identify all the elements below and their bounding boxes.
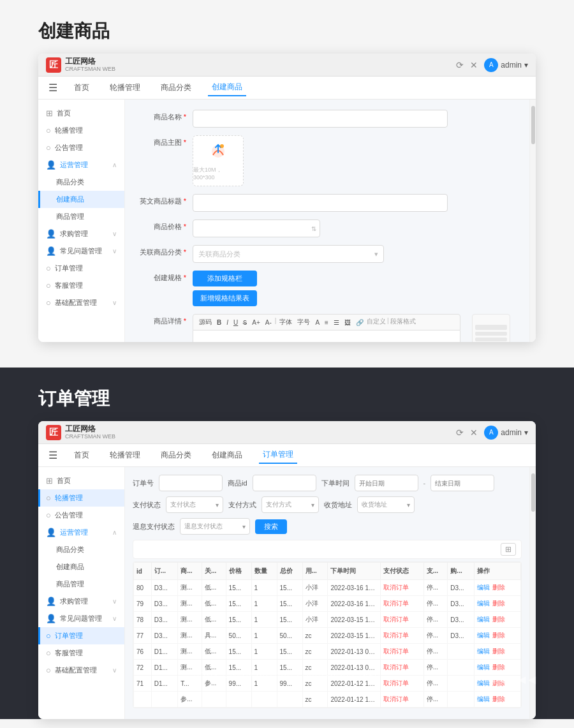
scrollbar-1[interactable] (529, 100, 536, 342)
nav-carousel-1[interactable]: 轮播管理 (106, 80, 144, 96)
sidebar-item-config-1[interactable]: ○ 基础配置管理 ∨ (38, 294, 124, 311)
table-row: 参...zc2022-01-12 18:17...取消订单停...编辑删除 (134, 692, 521, 708)
sidebar2-service[interactable]: ○ 客服管理 (38, 644, 124, 662)
edit-btn[interactable]: 编辑 (477, 584, 490, 591)
filter-input-productid[interactable] (253, 475, 316, 491)
btn-add-spec[interactable]: 添加规格栏 (193, 271, 257, 286)
rte-btn-size[interactable]: 字号 (295, 317, 312, 327)
sidebar2-faq[interactable]: 👤 常见问题管理 ∨ (38, 610, 124, 627)
filter-input-orderno[interactable] (159, 475, 223, 491)
carousel-icon-1: ○ (46, 126, 51, 135)
upload-hint: 最大10M，300*300 (193, 166, 243, 181)
edit-btn[interactable]: 编辑 (477, 648, 490, 655)
close-icon-1[interactable]: ✕ (470, 60, 478, 70)
hamburger-1[interactable]: ☰ (48, 82, 57, 94)
delete-btn[interactable]: 删除 (492, 600, 505, 607)
filter-select-paystatus[interactable]: 支付状态 ▾ (166, 496, 223, 513)
close-icon-2[interactable]: ✕ (470, 427, 478, 438)
select-paystatus-arrow: ▾ (216, 501, 219, 509)
sidebar-item-create-product[interactable]: 创建商品 (38, 191, 124, 208)
filter-input-startdate[interactable] (355, 475, 418, 491)
btn-add-spec-table[interactable]: 新增规格结果表 (193, 290, 257, 306)
delete-btn[interactable]: 删除 (492, 616, 505, 623)
sidebar-item-product-mgmt-1[interactable]: 商品管理 (38, 208, 124, 225)
nav2-create[interactable]: 创建商品 (208, 447, 246, 463)
sidebar2-product-mgmt[interactable]: 商品管理 (38, 576, 124, 593)
table-toolbar: ⊞ (133, 540, 522, 559)
filter-select-paymethod[interactable]: 支付方式 ▾ (261, 496, 319, 513)
rte-body[interactable] (193, 331, 460, 342)
rte-btn-bold[interactable]: B (215, 317, 223, 327)
sidebar2-create[interactable]: 创建商品 (38, 558, 124, 576)
delete-btn[interactable]: 删除 (492, 584, 505, 591)
rte-btn-strike[interactable]: S̶ (241, 317, 249, 327)
rte-btn-font[interactable]: 字体 (277, 317, 294, 327)
filter-select-logistics[interactable]: 退息支付状态 ▾ (180, 518, 250, 535)
rte-btn-color[interactable]: A (313, 317, 321, 327)
sidebar-item-faq-1[interactable]: 👤 常见问题管理 ∨ (38, 242, 124, 260)
edit-btn[interactable]: 编辑 (477, 695, 490, 702)
rte-btn-align[interactable]: ≡ (323, 317, 330, 327)
delete-btn[interactable]: 删除 (492, 632, 505, 639)
filter-input-enddate[interactable] (430, 475, 494, 491)
sidebar2-config[interactable]: ○ 基础配置管理 ∨ (38, 662, 124, 679)
filter-label-address: 收货地址 (324, 500, 352, 510)
arrows-decoration: ◄◄◄◄◄ (485, 672, 536, 687)
select-category[interactable]: 关联商品分类 ▾ (193, 245, 384, 263)
rte-btn-image[interactable]: 🖼 (342, 317, 353, 327)
sidebar2-carousel[interactable]: ○ 轮播管理 (38, 489, 124, 507)
search-button[interactable]: 搜索 (255, 519, 287, 534)
refresh-icon-2[interactable]: ⟳ (456, 427, 464, 438)
edit-btn[interactable]: 编辑 (477, 616, 490, 623)
delete-btn[interactable]: 删除 (492, 695, 505, 702)
chevron-faq-1: ∨ (112, 248, 117, 255)
sidebar-item-home-1[interactable]: ⊞ 首页 (38, 105, 124, 122)
nav2-carousel[interactable]: 轮播管理 (106, 447, 144, 463)
order-main: 订单号 商品id 下单时间 - 支付状态 支付状态 ▾ 支付方式 (125, 467, 529, 719)
rte-btn-italic[interactable]: I (224, 317, 230, 327)
rte-btn-underline[interactable]: U (232, 317, 240, 327)
nav2-home[interactable]: 首页 (70, 447, 93, 463)
edit-btn[interactable]: 编辑 (477, 632, 490, 639)
edit-btn[interactable]: 编辑 (477, 664, 490, 671)
upload-box[interactable]: 最大10M，300*300 (193, 135, 244, 186)
sidebar2-notice[interactable]: ○ 公告管理 (38, 507, 124, 524)
nav2-orders[interactable]: 订单管理 (259, 447, 297, 464)
rte-btn-more2[interactable]: A- (263, 317, 274, 327)
delete-btn[interactable]: 删除 (492, 648, 505, 655)
hamburger-2[interactable]: ☰ (48, 449, 57, 461)
filter-select-address[interactable]: 收货地址 ▾ (357, 496, 415, 513)
input-product-name[interactable] (193, 110, 448, 128)
rte-btn-link[interactable]: 🔗 (354, 317, 365, 327)
input-en-name[interactable] (193, 194, 448, 212)
sidebar2-purchase[interactable]: 👤 求购管理 ∨ (38, 593, 124, 610)
nav-home-1[interactable]: 首页 (70, 80, 93, 96)
sidebar-item-purchase-1[interactable]: 👤 求购管理 ∨ (38, 225, 124, 242)
sidebar-item-category-1[interactable]: 商品分类 (38, 174, 124, 191)
sidebar-item-service-1[interactable]: ○ 客服管理 (38, 277, 124, 294)
section2-title: 订单管理 (38, 387, 536, 411)
sidebar-item-operations-1[interactable]: 👤 运营管理 ∧ (38, 156, 124, 174)
home-icon-1: ⊞ (46, 108, 53, 118)
rte-btn-list[interactable]: ☰ (332, 317, 341, 327)
th-paystatus: 支付状态 (381, 563, 424, 580)
sidebar-item-orders-1[interactable]: ○ 订单管理 (38, 260, 124, 277)
delete-btn[interactable]: 删除 (492, 664, 505, 671)
sidebar-item-notice-1[interactable]: ○ 公告管理 (38, 139, 124, 156)
nav2-category[interactable]: 商品分类 (157, 447, 195, 463)
sidebar2-orders[interactable]: ○ 订单管理 (38, 627, 124, 644)
nav-category-1[interactable]: 商品分类 (157, 80, 195, 96)
input-price[interactable] (193, 219, 320, 237)
sidebar2-home[interactable]: ⊞ 首页 (38, 472, 124, 489)
th-ship: 支... (423, 563, 448, 580)
sidebar2-category[interactable]: 商品分类 (38, 541, 124, 558)
rte-btn-more1[interactable]: A+ (250, 317, 262, 327)
table-settings-btn[interactable]: ⊞ (501, 543, 516, 556)
edit-btn[interactable]: 编辑 (477, 600, 490, 607)
sidebar-item-carousel-1[interactable]: ○ 轮播管理 (38, 122, 124, 139)
rte-btn-source[interactable]: 源码 (197, 317, 214, 327)
refresh-icon-1[interactable]: ⟳ (456, 60, 464, 70)
nav-create-product[interactable]: 创建商品 (208, 79, 246, 96)
upload-area[interactable]: 最大10M，300*300 (193, 135, 244, 186)
sidebar2-operations[interactable]: 👤 运营管理 ∧ (38, 524, 124, 541)
